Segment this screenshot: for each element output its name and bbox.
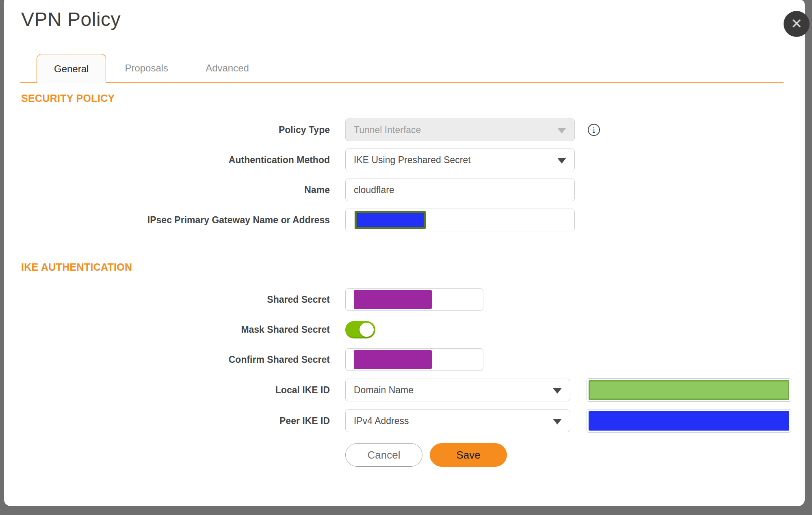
ipsec-gateway-label: IPsec Primary Gateway Name or Address bbox=[4, 215, 330, 226]
authentication-method-row: Authentication Method IKE Using Preshare… bbox=[4, 149, 805, 171]
local-ike-id-label: Local IKE ID bbox=[4, 385, 330, 396]
dialog-actions: Cancel Save bbox=[345, 443, 507, 467]
peer-ike-id-value: IPv4 Address bbox=[354, 416, 409, 427]
shared-secret-input[interactable] bbox=[345, 288, 483, 311]
redacted-value-block bbox=[354, 290, 432, 309]
ike-authentication-form: Shared Secret Mask Shared Secret Confirm… bbox=[4, 288, 805, 440]
peer-ike-id-row: Peer IKE ID IPv4 Address bbox=[4, 409, 805, 433]
local-ike-id-value: Domain Name bbox=[354, 385, 414, 396]
ipsec-gateway-row: IPsec Primary Gateway Name or Address bbox=[4, 209, 805, 231]
name-value: cloudflare bbox=[354, 185, 394, 196]
tab-proposals[interactable]: Proposals bbox=[106, 54, 187, 82]
mask-shared-secret-toggle[interactable] bbox=[345, 321, 375, 338]
close-icon: ✕ bbox=[791, 17, 803, 30]
ipsec-gateway-input[interactable] bbox=[345, 209, 575, 231]
policy-type-value: Tunnel Interface bbox=[354, 125, 421, 136]
vpn-policy-dialog: VPN Policy ✕ General Proposals Advanced … bbox=[4, 0, 805, 506]
close-button[interactable]: ✕ bbox=[784, 11, 810, 37]
policy-type-select: Tunnel Interface bbox=[345, 119, 575, 141]
shared-secret-row: Shared Secret bbox=[4, 288, 805, 311]
confirm-shared-secret-label: Confirm Shared Secret bbox=[4, 354, 330, 365]
local-ike-id-row: Local IKE ID Domain Name bbox=[4, 378, 805, 402]
section-heading-security-policy: SECURITY POLICY bbox=[21, 93, 115, 104]
chevron-down-icon bbox=[557, 128, 566, 134]
redacted-value-block bbox=[589, 411, 789, 431]
local-ike-id-value-input[interactable] bbox=[587, 378, 791, 402]
save-button[interactable]: Save bbox=[430, 443, 507, 467]
redacted-value-block bbox=[355, 211, 426, 229]
peer-ike-id-label: Peer IKE ID bbox=[4, 416, 330, 427]
peer-ike-id-value-input[interactable] bbox=[587, 409, 791, 433]
section-heading-ike-authentication: IKE AUTHENTICATION bbox=[21, 261, 132, 273]
authentication-method-select[interactable]: IKE Using Preshared Secret bbox=[345, 149, 575, 171]
name-input[interactable]: cloudflare bbox=[345, 179, 575, 201]
confirm-shared-secret-row: Confirm Shared Secret bbox=[4, 348, 805, 371]
redacted-value-block bbox=[589, 380, 789, 400]
shared-secret-label: Shared Secret bbox=[4, 294, 330, 305]
info-icon[interactable]: i bbox=[588, 124, 600, 136]
policy-type-label: Policy Type bbox=[4, 125, 330, 136]
tab-general[interactable]: General bbox=[37, 54, 106, 83]
mask-shared-secret-label: Mask Shared Secret bbox=[4, 324, 330, 335]
page-title: VPN Policy bbox=[21, 8, 121, 30]
toggle-knob bbox=[359, 323, 374, 337]
authentication-method-value: IKE Using Preshared Secret bbox=[354, 155, 471, 166]
local-ike-id-select[interactable]: Domain Name bbox=[345, 379, 570, 401]
policy-type-row: Policy Type Tunnel Interface i bbox=[4, 119, 805, 141]
redacted-value-block bbox=[354, 350, 432, 369]
security-policy-form: Policy Type Tunnel Interface i Authentic… bbox=[4, 119, 805, 239]
authentication-method-label: Authentication Method bbox=[4, 155, 330, 166]
confirm-shared-secret-input[interactable] bbox=[345, 348, 483, 371]
chevron-down-icon bbox=[557, 158, 566, 164]
chevron-down-icon bbox=[553, 419, 562, 424]
name-label: Name bbox=[4, 185, 330, 196]
tab-advanced[interactable]: Advanced bbox=[187, 54, 268, 82]
name-row: Name cloudflare bbox=[4, 179, 805, 201]
mask-shared-secret-row: Mask Shared Secret bbox=[4, 318, 805, 341]
peer-ike-id-select[interactable]: IPv4 Address bbox=[345, 409, 570, 432]
chevron-down-icon bbox=[553, 388, 562, 394]
tab-bar: General Proposals Advanced bbox=[20, 54, 784, 83]
cancel-button[interactable]: Cancel bbox=[345, 443, 422, 467]
